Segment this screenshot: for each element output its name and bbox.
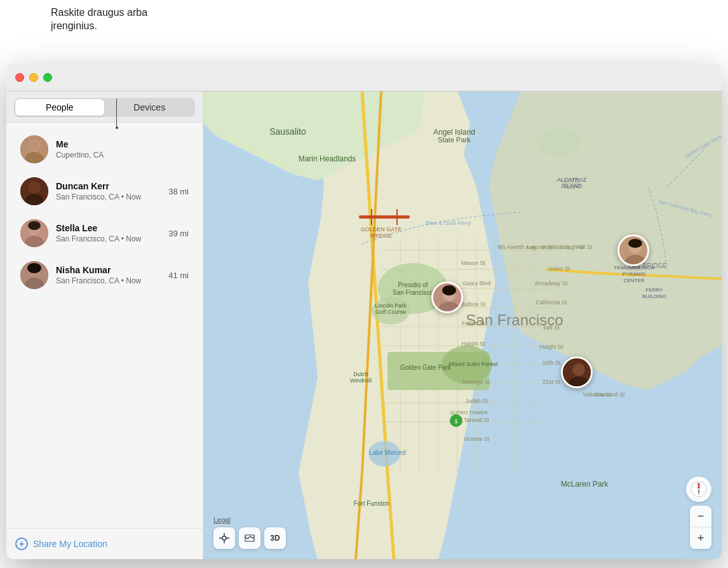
svg-text:Fell St: Fell St <box>576 244 593 250</box>
tooltip-line <box>116 98 117 127</box>
zoom-controls: − + <box>690 506 711 549</box>
person-distance: 39 mi <box>168 229 189 238</box>
share-location-label: Share My Location <box>33 539 107 549</box>
map-controls-left: Legal <box>213 516 286 549</box>
person-name: Stella Lee <box>56 223 168 233</box>
svg-text:Diamond St: Diamond St <box>595 391 625 398</box>
minimize-button[interactable] <box>29 73 38 82</box>
zoom-in-button[interactable]: + <box>690 527 711 549</box>
person-name: Me <box>56 139 189 149</box>
svg-text:Fulton St: Fulton St <box>462 320 485 327</box>
person-name: Nisha Kumar <box>56 265 168 275</box>
svg-text:Broadway St: Broadway St <box>535 280 568 287</box>
location-button[interactable] <box>213 527 235 549</box>
people-list: Me Cupertino, CA D <box>6 123 203 528</box>
map-svg: Angel Island State Park Marin Headlands … <box>203 91 722 559</box>
svg-point-113 <box>628 239 642 248</box>
svg-text:PYRAMID: PYRAMID <box>623 271 646 277</box>
svg-text:Angel Island: Angel Island <box>433 128 475 137</box>
tabs-container: People Devices <box>6 91 203 123</box>
svg-text:BRIDGE: BRIDGE <box>370 233 393 239</box>
svg-text:McLaren Park: McLaren Park <box>561 480 609 489</box>
svg-point-117 <box>222 536 226 540</box>
person-name: Duncan Kerr <box>56 181 168 191</box>
person-location: San Francisco, CA • Now <box>56 193 168 201</box>
svg-point-17 <box>27 263 41 273</box>
list-item[interactable]: Me Cupertino, CA <box>11 129 198 170</box>
svg-text:Blue & Gold Ferry: Blue & Gold Ferry <box>426 220 471 226</box>
tooltip-dot <box>116 126 118 129</box>
main-window: People Devices <box>6 64 722 559</box>
svg-text:Golf Course: Golf Course <box>375 309 406 315</box>
person-distance: 38 mi <box>168 187 189 196</box>
avatar-stella-image <box>20 219 48 247</box>
svg-text:Haight St: Haight St <box>461 341 485 347</box>
svg-text:Fell St: Fell St <box>543 325 560 331</box>
svg-rect-24 <box>359 215 410 219</box>
person-location: San Francisco, CA • Now <box>56 234 168 243</box>
map-pin-stella[interactable] <box>431 281 463 313</box>
svg-text:ALCATRAZ: ALCATRAZ <box>557 177 587 183</box>
svg-text:1: 1 <box>454 418 457 424</box>
svg-text:FERRY: FERRY <box>646 287 664 293</box>
svg-text:BUILDING: BUILDING <box>642 294 666 299</box>
svg-text:Lake Merced: Lake Merced <box>369 449 406 456</box>
map-pin-duncan[interactable] <box>561 356 593 388</box>
svg-text:Taraval St: Taraval St <box>464 417 490 423</box>
svg-point-12 <box>28 221 41 230</box>
person-info: Stella Lee San Francisco, CA • Now <box>56 223 168 243</box>
svg-text:16th St: 16th St <box>543 360 561 366</box>
person-location: San Francisco, CA • Now <box>56 276 168 285</box>
avatar-nisha-image <box>20 261 48 289</box>
map-controls-right: N − + <box>686 477 711 549</box>
svg-point-109 <box>442 285 456 295</box>
map-pin-me[interactable] <box>617 234 649 266</box>
tab-devices[interactable]: Devices <box>105 99 194 116</box>
sidebar: People Devices <box>6 91 203 559</box>
tooltip: Raskite draugus arba įrenginius. <box>51 6 147 33</box>
svg-text:Marin Headlands: Marin Headlands <box>299 154 356 163</box>
svg-text:Vicente St: Vicente St <box>464 436 490 442</box>
svg-text:Lincoln Park: Lincoln Park <box>375 302 407 309</box>
map-view-button[interactable] <box>239 527 260 549</box>
svg-text:Geary Blvd: Geary Blvd <box>462 280 491 287</box>
svg-text:Presidio of: Presidio of <box>398 281 428 288</box>
share-location-icon: + <box>15 538 28 550</box>
avatar <box>20 177 48 205</box>
map-area[interactable]: Angel Island State Park Marin Headlands … <box>203 91 722 559</box>
3d-button[interactable]: 3D <box>264 527 286 549</box>
list-item[interactable]: Duncan Kerr San Francisco, CA • Now 38 m… <box>11 171 198 212</box>
person-info: Nisha Kumar San Francisco, CA • Now <box>56 265 168 285</box>
svg-text:Noriega St: Noriega St <box>463 379 490 385</box>
avatar <box>20 135 48 163</box>
close-button[interactable] <box>15 73 24 82</box>
svg-text:Mason St: Mason St <box>461 260 486 266</box>
svg-text:Union St: Union St <box>548 266 570 272</box>
svg-text:Windmill: Windmill <box>350 377 372 384</box>
legal-link[interactable]: Legal <box>213 516 286 524</box>
svg-text:CENTER: CENTER <box>624 278 645 283</box>
tab-people[interactable]: People <box>15 99 104 116</box>
svg-point-7 <box>29 182 39 193</box>
avatar <box>20 219 48 247</box>
person-location: Cupertino, CA <box>56 151 189 159</box>
avatar <box>20 261 48 289</box>
svg-point-3 <box>29 140 39 151</box>
zoom-out-button[interactable]: − <box>690 506 711 527</box>
svg-text:21st St: 21st St <box>543 379 561 385</box>
zoom-button[interactable] <box>43 73 52 82</box>
svg-point-22 <box>537 128 581 156</box>
svg-text:N: N <box>698 482 700 486</box>
list-item[interactable]: Stella Lee San Francisco, CA • Now 39 mi <box>11 213 198 254</box>
compass[interactable]: N <box>686 477 711 502</box>
svg-text:San Francisco: San Francisco <box>393 289 433 296</box>
avatar-duncan-image <box>20 177 48 205</box>
svg-text:Judah St: Judah St <box>465 398 488 404</box>
list-item[interactable]: Nisha Kumar San Francisco, CA • Now 41 m… <box>11 255 198 295</box>
main-content: People Devices <box>6 91 722 559</box>
sidebar-footer[interactable]: + Share My Location <box>6 528 203 559</box>
svg-text:Sausalito: Sausalito <box>269 126 306 137</box>
person-info: Me Cupertino, CA <box>56 139 189 159</box>
traffic-lights <box>15 73 52 82</box>
tabs: People Devices <box>14 98 195 117</box>
